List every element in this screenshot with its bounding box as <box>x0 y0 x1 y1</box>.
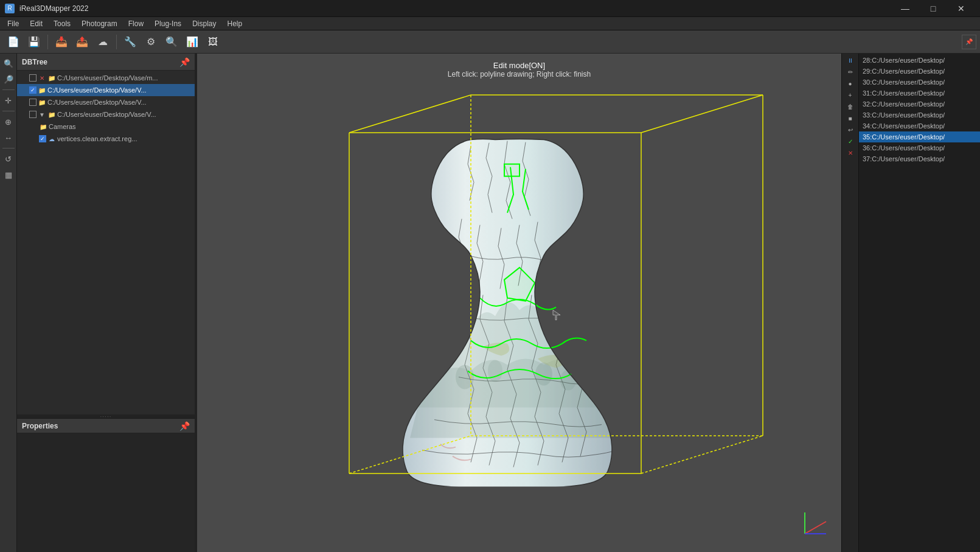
rmt-check[interactable]: ✓ <box>844 136 857 147</box>
tb-tool2[interactable]: ⚙ <box>141 33 161 51</box>
rmt-delete[interactable]: 🗑 <box>844 101 857 112</box>
tb-save[interactable]: 💾 <box>24 33 44 51</box>
folder-icon-4: 📁 <box>47 110 56 119</box>
tb-tool4[interactable]: 📊 <box>182 33 202 51</box>
rp-item-29[interactable]: 29:C:/Users/euser/Desktop/ <box>859 66 980 77</box>
tree-label-vertices: vertices.clean.extract.reg... <box>57 135 137 142</box>
rp-item-30[interactable]: 30:C:/Users/euser/Desktop/ <box>859 77 980 88</box>
left-tools: 🔍 🔎 ✛ ⊕ ↔ ↺ ▦ <box>0 54 17 552</box>
lt-crosshair[interactable]: ✛ <box>1 93 16 108</box>
svg-line-19 <box>805 522 826 534</box>
tb-export[interactable]: 📤 <box>72 33 92 51</box>
menubar: File Edit Tools Photogram Flow Plug-Ins … <box>0 17 980 30</box>
lt-zoom-in[interactable]: 🔎 <box>1 72 16 86</box>
lt-sep1 <box>2 89 15 90</box>
menu-display[interactable]: Display <box>187 18 221 29</box>
tree-item-1[interactable]: ✕ 📁 C:/Users/euser/Desktop/Vase/m... <box>17 72 195 84</box>
axes-indicator <box>799 509 829 540</box>
rp-item-28[interactable]: 28:C:/Users/euser/Desktop/ <box>859 55 980 66</box>
rp-item-32[interactable]: 32:C:/Users/euser/Desktop/ <box>859 99 980 110</box>
rp-item-35[interactable]: 35:C:/Users/euser/Desktop/ <box>859 131 980 142</box>
main-layout: 🔍 🔎 ✛ ⊕ ↔ ↺ ▦ DBTree 📌 <box>0 54 980 552</box>
minimize-button[interactable]: — <box>891 0 919 17</box>
dbtree-controls: 📌 <box>179 57 190 67</box>
dbtree-pin[interactable]: 📌 <box>179 57 190 67</box>
tree-label-1: C:/Users/euser/Desktop/Vase/m... <box>57 74 158 82</box>
lt-arrows2[interactable]: ↔ <box>1 130 16 145</box>
expand-icon-4: ▼ <box>38 110 46 119</box>
rmt-undo[interactable]: ↩ <box>844 124 857 135</box>
checkbox-2[interactable]: ✓ <box>29 86 36 94</box>
checkbox-4[interactable] <box>29 111 36 118</box>
titlebar-left: R iReal3DMapper 2022 <box>5 4 88 13</box>
checkbox-vertices[interactable]: ✓ <box>39 135 46 142</box>
lt-arrows[interactable]: ⊕ <box>1 114 16 129</box>
tree-label-4: C:/Users/euser/Desktop/Vase/V... <box>57 111 156 118</box>
tb-sep1 <box>47 35 48 49</box>
rp-item-31[interactable]: 31:C:/Users/euser/Desktop/ <box>859 88 980 99</box>
tb-import[interactable]: 📥 <box>52 33 71 51</box>
rp-item-36[interactable]: 36:C:/Users/euser/Desktop/ <box>859 142 980 153</box>
edit-mode-line1: Edit mode[ON] <box>448 61 591 70</box>
rmt-pencil[interactable]: ✏ <box>844 66 857 77</box>
menu-help[interactable]: Help <box>222 18 247 29</box>
tb-cloud[interactable]: ☁ <box>93 33 113 51</box>
tree-item-3[interactable]: 📁 C:/Users/euser/Desktop/Vase/V... <box>17 96 195 108</box>
rmt-add[interactable]: + <box>844 89 857 100</box>
lt-sep3 <box>2 148 15 148</box>
svg-point-3 <box>560 369 576 390</box>
tree-item-2[interactable]: ✓ 📁 C:/Users/euser/Desktop/Vase/V... <box>17 84 195 96</box>
properties-title: Properties <box>22 422 58 430</box>
left-panel-inner: DBTree 📌 ✕ 📁 C:/Users/euser/Desktop/Vase… <box>17 54 195 552</box>
rp-item-37[interactable]: 37:C:/Users/euser/Desktop/ <box>859 153 980 164</box>
lt-search[interactable]: 🔍 <box>1 56 16 71</box>
rmt-close[interactable]: ✕ <box>844 147 857 158</box>
rmt-square[interactable]: ■ <box>844 113 857 124</box>
properties-pin[interactable]: 📌 <box>179 421 190 431</box>
tb-tool1[interactable]: 🔧 <box>120 33 140 51</box>
menu-edit[interactable]: Edit <box>25 18 47 29</box>
edit-mode-line2: Left click: polyline drawing; Right clic… <box>448 70 591 79</box>
titlebar-controls[interactable]: — □ ✕ <box>891 0 975 17</box>
tb-tool3[interactable]: 🔍 <box>162 33 181 51</box>
checkbox-3[interactable] <box>29 99 36 106</box>
tree-item-4[interactable]: ▼ 📁 C:/Users/euser/Desktop/Vase/V... <box>17 108 195 121</box>
lt-rotate[interactable]: ↺ <box>1 152 16 166</box>
viewport[interactable]: Edit mode[ON] Left click: polyline drawi… <box>197 54 841 552</box>
titlebar: R iReal3DMapper 2022 — □ ✕ <box>0 0 980 17</box>
close-button[interactable]: ✕ <box>947 0 975 17</box>
toolbar: 📄 💾 📥 📤 ☁ 🔧 ⚙ 🔍 📊 🖼 📌 <box>0 30 980 54</box>
rp-item-33[interactable]: 33:C:/Users/euser/Desktop/ <box>859 110 980 121</box>
menu-file[interactable]: File <box>2 18 24 29</box>
menu-plugins[interactable]: Plug-Ins <box>150 18 186 29</box>
tree-item-vertices[interactable]: ✓ ☁ vertices.clean.extract.reg... <box>17 133 195 145</box>
menu-photogram[interactable]: Photogram <box>77 18 122 29</box>
app-title: iReal3DMapper 2022 <box>19 4 88 13</box>
tree-item-cameras[interactable]: 📁 Cameras <box>17 121 195 133</box>
tb-new[interactable]: 📄 <box>4 33 23 51</box>
app-icon: R <box>5 4 15 13</box>
folder-icon-2: 📁 <box>38 86 46 94</box>
tb-pin[interactable]: 📌 <box>962 35 976 49</box>
menu-flow[interactable]: Flow <box>123 18 148 29</box>
rmt-pause[interactable]: ⏸ <box>844 55 857 66</box>
vase-3d-model <box>374 133 665 486</box>
folder-icon-3: 📁 <box>38 98 46 107</box>
cross-icon-1: ✕ <box>38 74 46 82</box>
rp-item-34[interactable]: 34:C:/Users/euser/Desktop/ <box>859 121 980 131</box>
left-container: 🔍 🔎 ✛ ⊕ ↔ ↺ ▦ DBTree 📌 <box>0 54 195 552</box>
checkbox-1[interactable] <box>29 74 36 82</box>
svg-line-11 <box>349 95 471 133</box>
rmt-dot[interactable]: ● <box>844 78 857 89</box>
maximize-button[interactable]: □ <box>919 0 947 17</box>
dbtree-title: DBTree <box>22 58 47 66</box>
tree-label-cameras: Cameras <box>49 123 76 130</box>
properties-body <box>17 433 195 552</box>
folder-icon-1: 📁 <box>47 74 56 82</box>
lt-grid[interactable]: ▦ <box>1 167 16 182</box>
tree-label-2: C:/Users/euser/Desktop/Vase/V... <box>47 86 147 94</box>
tb-tool5[interactable]: 🖼 <box>203 33 223 51</box>
menu-tools[interactable]: Tools <box>49 18 75 29</box>
svg-point-0 <box>456 365 474 389</box>
edit-mode-overlay: Edit mode[ON] Left click: polyline drawi… <box>448 61 591 79</box>
